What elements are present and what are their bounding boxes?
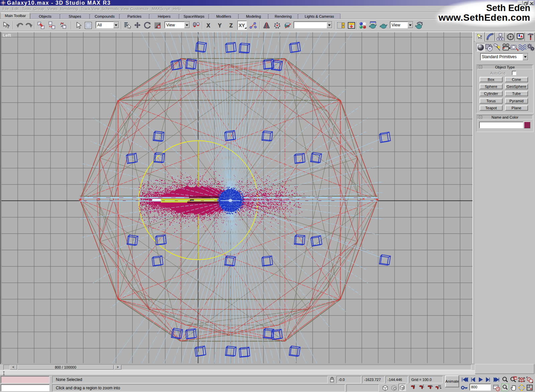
svg-text:∠: ∠ xyxy=(422,384,424,388)
svg-text:Z: Z xyxy=(229,23,233,28)
svg-text:XY: XY xyxy=(239,23,245,28)
svg-text:3: 3 xyxy=(413,384,415,388)
svg-text:X: X xyxy=(207,23,210,28)
svg-text:%: % xyxy=(430,384,433,388)
svg-text:Y: Y xyxy=(218,23,222,28)
svg-text:?: ? xyxy=(7,24,10,29)
